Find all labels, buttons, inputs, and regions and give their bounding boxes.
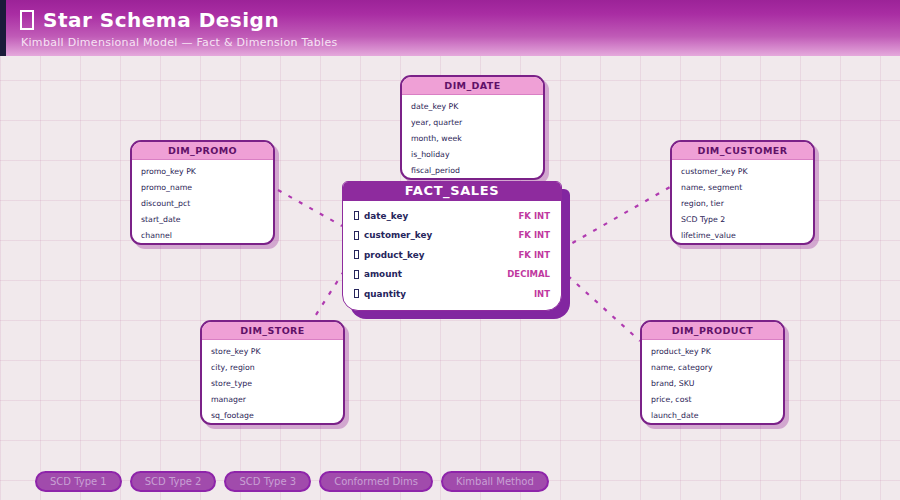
- table-title: DIM_DATE: [402, 77, 543, 95]
- connector-fact-store: [312, 271, 344, 321]
- table-row: customer_key PK: [672, 164, 813, 180]
- field-name: product_key: [364, 250, 424, 260]
- field-name: date_key: [364, 211, 408, 221]
- table-row: quantity INT: [343, 284, 561, 304]
- field-type: FK INT: [519, 250, 550, 260]
- table-row: launch_date: [642, 408, 783, 424]
- connector-promo-fact: [278, 190, 342, 226]
- table-row: sq_footage: [202, 408, 343, 424]
- field-type: FK INT: [519, 211, 550, 221]
- table-row: store_type: [202, 376, 343, 392]
- table-row: SCD Type 2: [672, 212, 813, 228]
- key-icon: [354, 211, 359, 220]
- table-row: manager: [202, 392, 343, 408]
- table-title: DIM_CUSTOMER: [672, 142, 813, 160]
- table-dim-store[interactable]: DIM_STORE store_key PK city, region stor…: [200, 320, 345, 425]
- table-row: region, tier: [672, 196, 813, 212]
- table-title: DIM_PRODUCT: [642, 322, 783, 340]
- badge-kimball-method: Kimball Method: [441, 471, 549, 492]
- table-title: FACT_SALES: [343, 182, 561, 201]
- table-row: name, category: [642, 360, 783, 376]
- table-title: DIM_PROMO: [132, 142, 273, 160]
- field-type: FK INT: [519, 230, 550, 240]
- field-name: customer_key: [364, 230, 432, 240]
- table-row: date_key FK INT: [343, 206, 561, 226]
- field-type: DECIMAL: [507, 269, 550, 279]
- page-subtitle: Kimball Dimensional Model — Fact & Dimen…: [21, 36, 338, 49]
- table-row: channel: [132, 228, 273, 244]
- key-icon: [354, 231, 359, 240]
- table-fact-sales[interactable]: FACT_SALES date_key FK INT customer_key …: [342, 181, 562, 311]
- table-row: discount_pct: [132, 196, 273, 212]
- badge-scd-type-2: SCD Type 2: [130, 471, 217, 492]
- badge-scd-type-1: SCD Type 1: [35, 471, 122, 492]
- legend-badges: SCD Type 1 SCD Type 2 SCD Type 3 Conform…: [35, 471, 549, 492]
- table-row: date_key PK: [402, 99, 543, 115]
- table-row: price, cost: [642, 392, 783, 408]
- table-row: lifetime_value: [672, 228, 813, 244]
- table-row: product_key PK: [642, 344, 783, 360]
- table-dim-date[interactable]: DIM_DATE date_key PK year, quarter month…: [400, 75, 545, 180]
- table-dim-product[interactable]: DIM_PRODUCT product_key PK name, categor…: [640, 320, 785, 425]
- field-type: INT: [534, 289, 550, 299]
- page-title: Star Schema Design: [43, 8, 279, 32]
- table-row: promo_name: [132, 180, 273, 196]
- table-row: year, quarter: [402, 115, 543, 131]
- table-row: name, segment: [672, 180, 813, 196]
- field-name: amount: [364, 269, 402, 279]
- table-row: promo_key PK: [132, 164, 273, 180]
- table-row: store_key PK: [202, 344, 343, 360]
- table-row: brand, SKU: [642, 376, 783, 392]
- table-dim-customer[interactable]: DIM_CUSTOMER customer_key PK name, segme…: [670, 140, 815, 245]
- table-row: start_date: [132, 212, 273, 228]
- star-icon: [20, 10, 34, 30]
- app-header: Star Schema Design Kimball Dimensional M…: [0, 0, 900, 56]
- table-row: is_holiday: [402, 147, 543, 163]
- table-row: product_key FK INT: [343, 245, 561, 265]
- table-title: DIM_STORE: [202, 322, 343, 340]
- table-row: customer_key FK INT: [343, 226, 561, 246]
- key-icon: [354, 270, 359, 279]
- badge-scd-type-3: SCD Type 3: [224, 471, 311, 492]
- table-row: city, region: [202, 360, 343, 376]
- badge-conformed-dims: Conformed Dims: [319, 471, 433, 492]
- table-row: amount DECIMAL: [343, 265, 561, 285]
- table-dim-promo[interactable]: DIM_PROMO promo_key PK promo_name discou…: [130, 140, 275, 245]
- table-row: fiscal_period: [402, 163, 543, 179]
- table-row: month, week: [402, 131, 543, 147]
- connector-fact-product: [568, 276, 640, 341]
- header-accent-strip: [0, 0, 6, 56]
- key-icon: [354, 250, 359, 259]
- key-icon: [354, 289, 359, 298]
- field-name: quantity: [364, 289, 406, 299]
- connector-fact-customer: [562, 187, 670, 249]
